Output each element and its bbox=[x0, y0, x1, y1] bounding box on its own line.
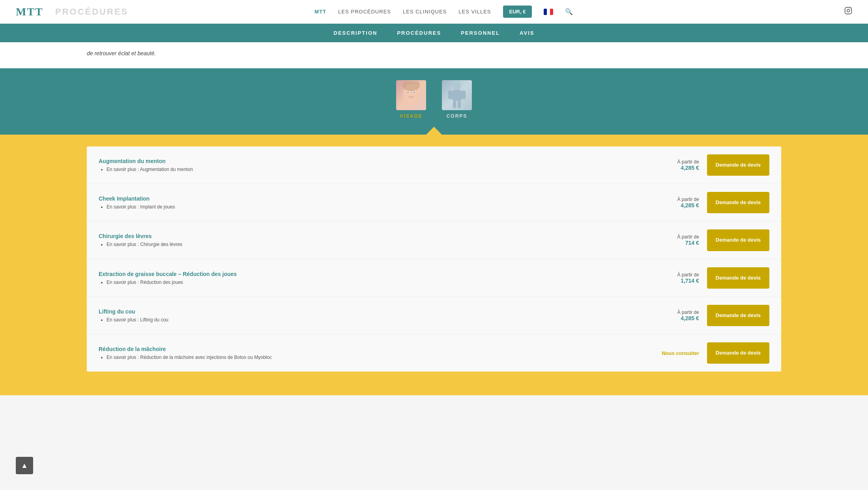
price-value: 4,285 € bbox=[677, 202, 699, 208]
procedure-title: Lifting du cou bbox=[99, 308, 677, 315]
main-nav: MTT Les procédures Les cliniques Les vil… bbox=[314, 6, 573, 18]
procedure-link[interactable]: En savoir plus : Chirurgie des lèvres bbox=[107, 242, 182, 247]
procedure-info: Cheek Implantation En savoir plus : Impl… bbox=[99, 195, 677, 210]
table-row: Cheek Implantation En savoir plus : Impl… bbox=[87, 184, 781, 222]
procedure-link[interactable]: En savoir plus : Réduction des joues bbox=[107, 280, 183, 285]
sub-nav: DESCRIPTION PROCÉDURES PERSONNEL AVIS bbox=[0, 24, 868, 42]
procedure-right: À partir de 4,285 € Demande de devis bbox=[677, 305, 769, 326]
procedure-info: Lifting du cou En savoir plus : Lifting … bbox=[99, 308, 677, 323]
procedure-link[interactable]: En savoir plus : Implant de joues bbox=[107, 204, 175, 210]
price-value: 4,285 € bbox=[677, 165, 699, 171]
price-block: À partir de 1,714 € bbox=[677, 272, 699, 284]
procedure-links: En savoir plus : Réduction des joues bbox=[107, 280, 677, 285]
price-block: À partir de 714 € bbox=[677, 234, 699, 246]
procedure-tabs: VISAGE CORPS bbox=[0, 80, 868, 127]
table-row: Chirurgie des lèvres En savoir plus : Ch… bbox=[87, 222, 781, 259]
price-value: 4,285 € bbox=[677, 315, 699, 321]
nav-cliniques[interactable]: Les cliniques bbox=[403, 9, 447, 15]
devis-button[interactable]: Demande de devis bbox=[707, 192, 769, 213]
price-value: 1,714 € bbox=[677, 278, 699, 284]
procedure-link[interactable]: En savoir plus : Réduction de la mâchoir… bbox=[107, 355, 272, 360]
devis-button[interactable]: Demande de devis bbox=[707, 154, 769, 176]
logo[interactable]: MTT bbox=[16, 6, 43, 18]
procedure-info: Réduction de la mâchoire En savoir plus … bbox=[99, 346, 662, 360]
corps-image bbox=[442, 80, 472, 110]
procedure-link[interactable]: En savoir plus : Lifting du cou bbox=[107, 317, 168, 323]
page-title: PROCÉDURES bbox=[55, 7, 128, 17]
visage-image bbox=[396, 80, 426, 110]
procedure-title: Cheek Implantation bbox=[99, 195, 677, 202]
header: MTT PROCÉDURES MTT Les procédures Les cl… bbox=[0, 0, 868, 24]
procedure-link[interactable]: En savoir plus : Augmentation du menton bbox=[107, 167, 193, 172]
price-block: À partir de 4,285 € bbox=[677, 159, 699, 171]
triangle-indicator bbox=[426, 127, 442, 135]
tab-visage[interactable]: VISAGE bbox=[396, 80, 426, 119]
price-label: À partir de bbox=[677, 159, 699, 165]
procedure-links: En savoir plus : Augmentation du menton bbox=[107, 167, 677, 172]
procedure-title: Chirurgie des lèvres bbox=[99, 233, 677, 239]
price-block: À partir de 4,285 € bbox=[677, 197, 699, 208]
devis-button[interactable]: Demande de devis bbox=[707, 305, 769, 326]
subnav-personnel[interactable]: PERSONNEL bbox=[461, 30, 500, 36]
table-row: Lifting du cou En savoir plus : Lifting … bbox=[87, 297, 781, 334]
procedure-title: Extraction de graisse buccale – Réductio… bbox=[99, 271, 677, 277]
svg-point-2 bbox=[850, 9, 851, 9]
language-flag[interactable] bbox=[544, 9, 553, 15]
svg-point-9 bbox=[453, 81, 461, 91]
hero-text: de retrouver éclat et beauté. bbox=[0, 42, 868, 68]
procedure-info: Extraction de graisse buccale – Réductio… bbox=[99, 271, 677, 285]
procedure-links: En savoir plus : Lifting du cou bbox=[107, 317, 677, 323]
svg-rect-13 bbox=[453, 101, 456, 108]
procedure-right: À partir de 714 € Demande de devis bbox=[677, 229, 769, 251]
procedure-links: En savoir plus : Réduction de la mâchoir… bbox=[107, 355, 662, 360]
devis-button[interactable]: Demande de devis bbox=[707, 342, 769, 364]
devis-button[interactable]: Demande de devis bbox=[707, 267, 769, 289]
search-icon[interactable]: 🔍 bbox=[565, 8, 573, 15]
svg-rect-14 bbox=[458, 101, 461, 108]
procedure-right: À partir de 4,285 € Demande de devis bbox=[677, 192, 769, 213]
procedure-links: En savoir plus : Chirurgie des lèvres bbox=[107, 242, 677, 247]
main-content: Augmentation du menton En savoir plus : … bbox=[0, 135, 868, 395]
table-row: Réduction de la mâchoire En savoir plus … bbox=[87, 334, 781, 372]
subnav-description[interactable]: DESCRIPTION bbox=[334, 30, 378, 36]
price-label: À partir de bbox=[677, 234, 699, 240]
procedure-title: Réduction de la mâchoire bbox=[99, 346, 662, 352]
svg-rect-11 bbox=[448, 90, 452, 99]
procedure-right: À partir de 4,285 € Demande de devis bbox=[677, 154, 769, 176]
tab-corps-label: CORPS bbox=[447, 113, 468, 119]
procedure-links: En savoir plus : Implant de joues bbox=[107, 204, 677, 210]
subnav-avis[interactable]: AVIS bbox=[520, 30, 534, 36]
instagram-icon[interactable] bbox=[844, 7, 852, 17]
currency-selector[interactable]: EUR, € bbox=[503, 6, 532, 18]
procedure-title: Augmentation du menton bbox=[99, 158, 677, 164]
procedure-right: À partir de 1,714 € Demande de devis bbox=[677, 267, 769, 289]
price-value: 714 € bbox=[677, 240, 699, 246]
price-label: À partir de bbox=[677, 272, 699, 278]
procedure-info: Chirurgie des lèvres En savoir plus : Ch… bbox=[99, 233, 677, 247]
price-label: À partir de bbox=[677, 197, 699, 202]
procedures-header: VISAGE CORPS bbox=[0, 68, 868, 127]
svg-point-1 bbox=[847, 9, 850, 12]
nous-consulter-label: Nous consulter bbox=[662, 350, 699, 356]
svg-rect-0 bbox=[845, 8, 852, 14]
tab-corps[interactable]: CORPS bbox=[442, 80, 472, 119]
procedure-info: Augmentation du menton En savoir plus : … bbox=[99, 158, 677, 172]
svg-rect-10 bbox=[452, 90, 462, 101]
svg-rect-12 bbox=[462, 90, 466, 99]
tab-visage-label: VISAGE bbox=[400, 113, 422, 119]
devis-button[interactable]: Demande de devis bbox=[707, 229, 769, 251]
nav-procedures[interactable]: Les procédures bbox=[338, 9, 391, 15]
procedure-right: Nous consulter Demande de devis bbox=[662, 342, 769, 364]
table-row: Extraction de graisse buccale – Réductio… bbox=[87, 259, 781, 297]
nav-villes[interactable]: Les villes bbox=[458, 9, 491, 15]
procedures-card: Augmentation du menton En savoir plus : … bbox=[87, 146, 781, 372]
table-row: Augmentation du menton En savoir plus : … bbox=[87, 146, 781, 184]
price-block: À partir de 4,285 € bbox=[677, 310, 699, 321]
nav-mtt[interactable]: MTT bbox=[314, 9, 326, 15]
price-label: À partir de bbox=[677, 310, 699, 315]
subnav-procedures[interactable]: PROCÉDURES bbox=[397, 30, 441, 36]
transition-area bbox=[0, 127, 868, 135]
